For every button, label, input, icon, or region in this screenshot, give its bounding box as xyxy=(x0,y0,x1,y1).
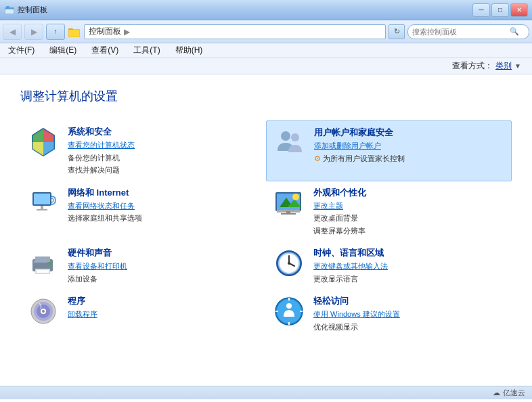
svg-point-34 xyxy=(288,262,290,265)
svg-rect-2 xyxy=(6,6,9,8)
appearance-icon xyxy=(273,187,305,219)
programs-icon xyxy=(27,295,60,328)
user-accounts-name: 用户帐户和家庭安全 xyxy=(314,127,405,139)
system-security-name: 系统和安全 xyxy=(68,126,135,138)
accessibility-link2[interactable]: 优化视频显示 xyxy=(313,321,400,333)
minimize-button[interactable]: ─ xyxy=(472,3,490,17)
svg-rect-6 xyxy=(69,30,79,37)
view-label: 查看方式： xyxy=(452,60,493,72)
accessibility-link1[interactable]: 使用 Windows 建议的设置 xyxy=(313,309,400,320)
menubar: 文件(F) 编辑(E) 查看(V) 工具(T) 帮助(H) xyxy=(0,43,532,58)
refresh-button[interactable]: ↻ xyxy=(389,24,405,39)
forward-button[interactable]: ▶ xyxy=(24,24,43,40)
toolbar-strip: 查看方式： 类别 ▼ xyxy=(0,58,532,74)
view-value: 类别 xyxy=(495,60,512,72)
search-box: 🔍 xyxy=(407,24,529,39)
system-security-link1[interactable]: 查看您的计算机状态 xyxy=(68,139,135,151)
network-link2[interactable]: 选择家庭组和共享选项 xyxy=(68,213,142,224)
svg-rect-12 xyxy=(34,194,50,204)
user-accounts-link2[interactable]: ⚙ 为所有用户设置家长控制 xyxy=(314,153,405,164)
system-security-link2[interactable]: 备份您的计算机 xyxy=(68,152,135,164)
network-icon xyxy=(27,187,60,219)
svg-point-42 xyxy=(286,303,292,309)
menu-tools[interactable]: 工具(T) xyxy=(131,43,162,58)
clock-text: 时钟、语言和区域 更改键盘或其他输入法 更改显示语言 xyxy=(313,247,388,284)
control-panel-content: 调整计算机的设置 系统和安全 查看您的 xyxy=(0,74,532,386)
user-accounts-link1[interactable]: 添加或删除用户帐户 xyxy=(314,140,405,152)
svg-rect-14 xyxy=(37,209,47,210)
svg-point-19 xyxy=(292,194,299,200)
svg-point-9 xyxy=(281,131,290,141)
categories-grid: 系统和安全 查看您的计算机状态 备份您的计算机 查找并解决问题 xyxy=(20,120,512,338)
brand-icon: ☁ xyxy=(493,388,500,397)
menu-help[interactable]: 帮助(H) xyxy=(173,43,206,58)
titlebar-title: 控制面板 xyxy=(18,5,47,15)
user-accounts-text: 用户帐户和家庭安全 添加或删除用户帐户 ⚙ 为所有用户设置家长控制 xyxy=(314,127,405,164)
page-title: 调整计算机的设置 xyxy=(20,88,512,104)
svg-rect-22 xyxy=(281,213,296,215)
window-icon xyxy=(4,5,15,16)
main: 查看方式： 类别 ▼ 调整计算机的设置 xyxy=(0,58,532,386)
clock-link2[interactable]: 更改显示语言 xyxy=(313,273,388,285)
svg-rect-26 xyxy=(37,270,49,273)
appearance-link1[interactable]: 更改主题 xyxy=(313,200,366,212)
hardware-name: 硬件和声音 xyxy=(68,247,127,259)
address-path[interactable]: 控制面板 ▶ xyxy=(84,24,386,39)
hardware-text: 硬件和声音 查看设备和打印机 添加设备 xyxy=(68,247,127,284)
addressbar: ◀ ▶ ↑ 控制面板 ▶ ↻ 🔍 xyxy=(0,20,532,43)
accessibility-text: 轻松访问 使用 Windows 建议的设置 优化视频显示 xyxy=(313,295,400,332)
up-button[interactable]: ↑ xyxy=(46,24,65,40)
chevron-down-icon: ▼ xyxy=(514,62,521,70)
back-button[interactable]: ◀ xyxy=(3,24,22,40)
category-system-security[interactable]: 系统和安全 查看您的计算机状态 备份您的计算机 查找并解决问题 xyxy=(20,120,266,181)
menu-file[interactable]: 文件(F) xyxy=(5,43,37,58)
svg-rect-28 xyxy=(34,261,47,263)
programs-link1[interactable]: 卸载程序 xyxy=(68,309,97,320)
system-security-icon xyxy=(27,126,60,158)
hardware-link1[interactable]: 查看设备和打印机 xyxy=(68,261,127,272)
search-icon: 🔍 xyxy=(510,27,519,36)
programs-name: 程序 xyxy=(68,295,97,307)
clock-name: 时钟、语言和区域 xyxy=(313,247,388,259)
hardware-link2[interactable]: 添加设备 xyxy=(68,273,127,285)
folder-icon xyxy=(68,25,81,39)
clock-link1[interactable]: 更改键盘或其他输入法 xyxy=(313,261,388,272)
path-root: 控制面板 xyxy=(89,26,121,37)
appearance-link2[interactable]: 更改桌面背景 xyxy=(313,213,366,224)
clock-icon xyxy=(273,247,305,280)
appearance-text: 外观和个性化 更改主题 更改桌面背景 调整屏幕分辨率 xyxy=(313,187,366,237)
user-accounts-icon xyxy=(273,127,306,159)
accessibility-icon xyxy=(273,295,305,328)
category-accessibility[interactable]: 轻松访问 使用 Windows 建议的设置 优化视频显示 xyxy=(266,290,512,338)
network-link1[interactable]: 查看网络状态和任务 xyxy=(68,200,142,212)
view-selector[interactable]: 查看方式： 类别 ▼ xyxy=(452,60,521,72)
close-button[interactable]: ✕ xyxy=(510,3,528,17)
svg-rect-3 xyxy=(5,9,14,14)
category-network[interactable]: 网络和 Internet 查看网络状态和任务 选择家庭组和共享选项 xyxy=(20,181,266,242)
category-programs[interactable]: 程序 卸载程序 xyxy=(20,290,266,338)
appearance-name: 外观和个性化 xyxy=(313,187,366,199)
statusbar: ☁ 亿速云 xyxy=(0,386,532,399)
programs-text: 程序 卸载程序 xyxy=(68,295,97,320)
system-security-text: 系统和安全 查看您的计算机状态 备份您的计算机 查找并解决问题 xyxy=(68,126,135,176)
system-security-link3[interactable]: 查找并解决问题 xyxy=(68,164,135,176)
category-appearance[interactable]: 外观和个性化 更改主题 更改桌面背景 调整屏幕分辨率 xyxy=(266,181,512,242)
menu-view[interactable]: 查看(V) xyxy=(89,43,121,58)
titlebar-buttons: ─ □ ✕ xyxy=(472,3,528,17)
svg-point-10 xyxy=(291,133,299,141)
path-separator: ▶ xyxy=(124,27,130,37)
category-hardware[interactable]: 硬件和声音 查看设备和打印机 添加设备 xyxy=(20,242,266,290)
brand-text: 亿速云 xyxy=(503,388,525,398)
accessibility-name: 轻松访问 xyxy=(313,295,400,307)
titlebar-left: 控制面板 xyxy=(4,5,47,16)
titlebar: 控制面板 ─ □ ✕ xyxy=(0,0,532,20)
network-name: 网络和 Internet xyxy=(68,187,142,199)
network-text: 网络和 Internet 查看网络状态和任务 选择家庭组和共享选项 xyxy=(68,187,142,224)
category-user-accounts[interactable]: 用户帐户和家庭安全 添加或删除用户帐户 ⚙ 为所有用户设置家长控制 xyxy=(266,120,512,181)
appearance-link3[interactable]: 调整屏幕分辨率 xyxy=(313,225,366,237)
menu-edit[interactable]: 编辑(E) xyxy=(47,43,79,58)
maximize-button[interactable]: □ xyxy=(491,3,509,17)
category-clock[interactable]: 时钟、语言和区域 更改键盘或其他输入法 更改显示语言 xyxy=(266,242,512,290)
svg-point-39 xyxy=(42,310,45,313)
search-input[interactable] xyxy=(412,28,507,36)
